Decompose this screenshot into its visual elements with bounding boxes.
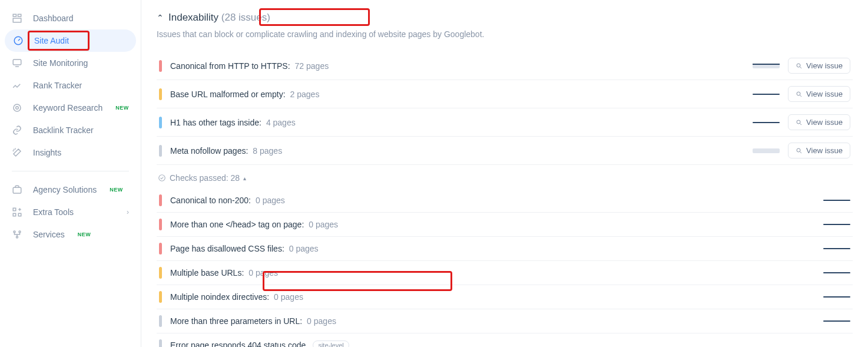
- issue-row[interactable]: More than three parameters in URL:0 page…: [157, 309, 853, 333]
- issue-count: 72 pages: [295, 61, 329, 71]
- sidebar-item-site-audit[interactable]: Site Audit: [5, 29, 136, 52]
- sparkline: [822, 269, 850, 276]
- monitor-icon: [12, 58, 22, 68]
- sidebar: Dashboard Site Audit Site Monitoring Ran…: [0, 0, 141, 347]
- svg-point-16: [797, 120, 800, 124]
- sparkline: [822, 245, 850, 252]
- issue-row[interactable]: Error page responds 404 status codesite-…: [157, 333, 853, 347]
- issue-count: 8 pages: [253, 146, 282, 156]
- section-description: Issues that can block or complicate craw…: [157, 29, 853, 39]
- view-issue-label: View issue: [806, 90, 843, 98]
- severity-info-icon: [159, 339, 162, 347]
- issue-row[interactable]: H1 has other tags inside:4 pages View is…: [157, 108, 853, 137]
- link-icon: [12, 125, 22, 136]
- issue-label: More than three parameters in URL:: [170, 316, 302, 326]
- issue-count: 2 pages: [290, 90, 320, 99]
- severity-critical-icon: [159, 243, 162, 255]
- svg-rect-7: [13, 187, 21, 193]
- sidebar-item-agency-solutions[interactable]: Agency Solutions NEW: [0, 179, 141, 201]
- sparkline: [751, 147, 780, 154]
- new-badge: NEW: [115, 105, 129, 111]
- briefcase-icon: [12, 184, 22, 195]
- view-issue-button[interactable]: View issue: [788, 143, 850, 158]
- view-issue-label: View issue: [806, 61, 843, 70]
- svg-rect-0: [13, 14, 16, 16]
- issue-label: Meta nofollow pages:: [170, 146, 248, 156]
- section-title-text: Indexability: [168, 12, 218, 23]
- issue-label: H1 has other tags inside:: [170, 118, 261, 127]
- issue-row[interactable]: Page has disallowed CSS files:0 pages: [157, 237, 853, 261]
- checks-passed-toggle[interactable]: Checks passed: 28 ▴: [157, 165, 853, 189]
- sparkline: [751, 119, 780, 126]
- divider: [12, 171, 129, 171]
- issue-row[interactable]: Multiple noindex directives:0 pages: [157, 285, 853, 309]
- issue-row[interactable]: Canonical to non-200:0 pages: [157, 189, 853, 213]
- sidebar-item-label: Agency Solutions: [33, 185, 97, 194]
- svg-rect-2: [13, 18, 21, 22]
- sidebar-item-label: Insights: [33, 148, 61, 157]
- view-issue-button[interactable]: View issue: [788, 86, 850, 102]
- target-icon: [12, 103, 22, 113]
- section-title: Indexability (28 issues): [168, 12, 270, 24]
- sidebar-item-label: Site Audit: [34, 36, 69, 45]
- svg-point-15: [797, 92, 800, 95]
- sidebar-item-rank-tracker[interactable]: Rank Tracker: [0, 74, 141, 97]
- severity-warning-icon: [159, 291, 162, 303]
- checks-passed-label: Checks passed: 28: [170, 173, 240, 183]
- issue-label: Page has disallowed CSS files:: [170, 244, 284, 253]
- sidebar-item-label: Extra Tools: [33, 207, 74, 217]
- svg-point-11: [14, 231, 15, 233]
- sidebar-item-dashboard[interactable]: Dashboard: [0, 7, 141, 29]
- chart-icon: [12, 80, 22, 91]
- issue-count: 4 pages: [266, 118, 296, 127]
- view-issue-label: View issue: [806, 118, 843, 127]
- sparkline: [751, 91, 780, 98]
- svg-point-18: [159, 175, 165, 181]
- sparkline: [822, 221, 850, 228]
- severity-critical-icon: [159, 219, 162, 230]
- view-issue-label: View issue: [806, 146, 843, 155]
- sidebar-item-site-monitoring[interactable]: Site Monitoring: [0, 52, 141, 74]
- sparkline: [822, 318, 850, 325]
- check-circle-icon: [158, 174, 166, 182]
- sidebar-item-label: Backlink Tracker: [33, 125, 94, 135]
- issue-row[interactable]: Canonical from HTTP to HTTPS:72 pages Vi…: [157, 52, 853, 80]
- svg-rect-10: [18, 213, 21, 216]
- sparkline: [822, 293, 850, 300]
- sidebar-item-keyword-research[interactable]: Keyword Research NEW: [0, 97, 141, 119]
- issue-row[interactable]: Meta nofollow pages:8 pages View issue: [157, 137, 853, 165]
- grid-plus-icon: [12, 207, 22, 217]
- svg-point-12: [19, 231, 21, 233]
- svg-point-14: [797, 64, 800, 67]
- issue-label: Error page responds 404 status code: [170, 341, 306, 347]
- issue-row[interactable]: Base URL malformed or empty:2 pages View…: [157, 80, 853, 108]
- svg-rect-9: [13, 213, 16, 216]
- sidebar-item-label: Site Monitoring: [33, 58, 88, 68]
- sidebar-item-backlink-tracker[interactable]: Backlink Tracker: [0, 119, 141, 141]
- issue-label: Canonical to non-200:: [170, 196, 251, 205]
- sidebar-item-extra-tools[interactable]: Extra Tools ›: [0, 201, 141, 223]
- wand-icon: [12, 147, 22, 158]
- sidebar-item-insights[interactable]: Insights: [0, 141, 141, 164]
- svg-rect-1: [18, 14, 21, 16]
- gauge-icon: [13, 35, 24, 46]
- issue-row[interactable]: Multiple base URLs:0 pages: [157, 261, 853, 285]
- section-header[interactable]: ⌃ Indexability (28 issues): [157, 12, 853, 24]
- sparkline: [822, 197, 850, 204]
- view-issue-button[interactable]: View issue: [788, 58, 850, 74]
- search-icon: [796, 91, 803, 98]
- site-level-badge: site-level: [313, 341, 349, 347]
- issue-label: Multiple base URLs:: [170, 268, 244, 277]
- severity-info-icon: [159, 145, 162, 157]
- sidebar-item-label: Keyword Research: [33, 103, 102, 113]
- dashboard-icon: [12, 13, 22, 24]
- svg-rect-8: [13, 208, 16, 211]
- sidebar-item-services[interactable]: Services NEW: [0, 223, 141, 246]
- severity-warning-icon: [159, 267, 162, 279]
- severity-critical-icon: [159, 60, 162, 72]
- view-issue-button[interactable]: View issue: [788, 114, 850, 130]
- chevron-up-icon: ⌃: [157, 13, 164, 22]
- search-icon: [796, 62, 803, 70]
- issue-row[interactable]: More than one </head> tag on page:0 page…: [157, 213, 853, 237]
- chevron-right-icon: ›: [127, 208, 129, 216]
